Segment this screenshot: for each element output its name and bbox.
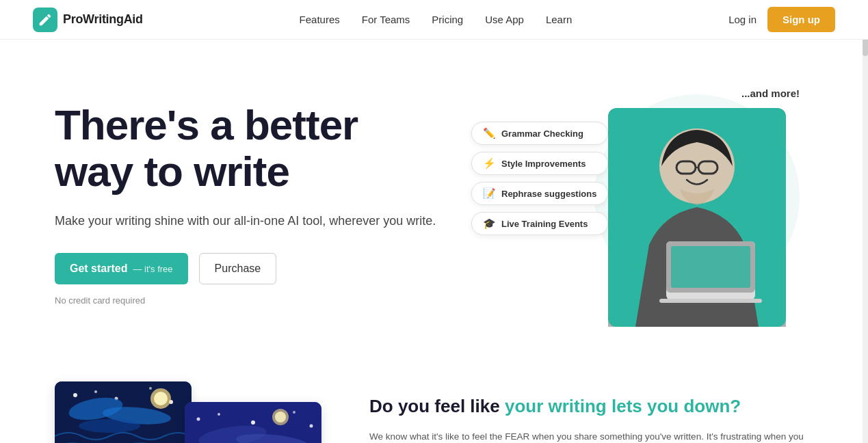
starry-night-svg bbox=[55, 381, 192, 443]
navbar: ProWritingAid Features For Teams Pricing… bbox=[0, 0, 868, 40]
hero-illustration: ...and more! ✦ ✏️ Grammar Checking ⚡ Sty… bbox=[471, 81, 813, 327]
svg-point-19 bbox=[79, 419, 140, 433]
svg-point-30 bbox=[275, 412, 286, 422]
feature-tag-rephrase: 📝 Rephrase suggestions bbox=[471, 182, 608, 205]
style-icon: ⚡ bbox=[483, 157, 496, 170]
svg-point-13 bbox=[149, 387, 152, 390]
hero-cta: Get started — it's free Purchase bbox=[55, 253, 436, 284]
svg-point-24 bbox=[197, 418, 200, 421]
section2: My idea in my head Do you feel like your… bbox=[0, 354, 868, 443]
scrollbar[interactable] bbox=[863, 0, 868, 443]
no-credit-text: No credit card required bbox=[55, 295, 436, 306]
hero-title: There's a better way to write bbox=[55, 102, 436, 195]
rephrase-icon: 📝 bbox=[483, 187, 496, 200]
signup-button[interactable]: Sign up bbox=[767, 7, 835, 32]
svg-point-26 bbox=[251, 420, 255, 425]
feature-tag-training: 🎓 Live Training Events bbox=[471, 212, 608, 235]
more-label: ...and more! bbox=[741, 88, 800, 99]
feature-tag-grammar: ✏️ Grammar Checking bbox=[471, 122, 608, 145]
logo-icon bbox=[33, 8, 57, 32]
grammar-icon: ✏️ bbox=[483, 127, 496, 139]
feature-tag-style: ⚡ Style Improvements bbox=[471, 152, 608, 175]
person-svg bbox=[608, 108, 786, 327]
nav-for-teams[interactable]: For Teams bbox=[362, 14, 410, 25]
starry-night-svg-2 bbox=[185, 402, 321, 443]
svg-point-16 bbox=[154, 392, 168, 405]
nav-links: Features For Teams Pricing Use App Learn bbox=[300, 14, 573, 25]
nav-pricing[interactable]: Pricing bbox=[432, 14, 463, 25]
nav-actions: Log in Sign up bbox=[728, 7, 835, 32]
person-body bbox=[608, 108, 786, 327]
training-icon: 🎓 bbox=[483, 217, 496, 230]
logo-text: ProWritingAid bbox=[63, 12, 143, 27]
person-figure bbox=[608, 108, 786, 327]
image-card-back bbox=[55, 381, 192, 443]
hero-subtitle: Make your writing shine with our all-in-… bbox=[55, 211, 436, 231]
svg-point-11 bbox=[94, 390, 97, 393]
nav-features[interactable]: Features bbox=[300, 14, 340, 25]
svg-point-25 bbox=[218, 413, 220, 416]
hero-section: There's a better way to write Make your … bbox=[0, 40, 868, 354]
nav-use-app[interactable]: Use App bbox=[485, 14, 524, 25]
login-button[interactable]: Log in bbox=[728, 14, 757, 25]
svg-point-27 bbox=[293, 411, 295, 414]
section2-body: We know what it's like to feel the FEAR … bbox=[369, 429, 813, 443]
free-label: — it's free bbox=[133, 264, 172, 274]
section2-title: Do you feel like your writing lets you d… bbox=[369, 395, 813, 418]
svg-point-10 bbox=[73, 393, 77, 397]
logo-link[interactable]: ProWritingAid bbox=[33, 8, 143, 32]
svg-rect-8 bbox=[659, 299, 762, 303]
hero-right: ...and more! ✦ ✏️ Grammar Checking ⚡ Sty… bbox=[471, 81, 813, 327]
section2-text: Do you feel like your writing lets you d… bbox=[369, 381, 813, 443]
section2-images: My idea in my head bbox=[55, 381, 315, 443]
svg-rect-7 bbox=[671, 246, 750, 288]
logo-svg bbox=[38, 12, 53, 27]
hero-left: There's a better way to write Make your … bbox=[55, 102, 436, 306]
get-started-button[interactable]: Get started — it's free bbox=[55, 253, 188, 284]
svg-point-28 bbox=[310, 425, 313, 428]
nav-learn[interactable]: Learn bbox=[546, 14, 572, 25]
image-card-front bbox=[185, 402, 321, 443]
purchase-button[interactable]: Purchase bbox=[199, 253, 277, 284]
feature-tags: ✏️ Grammar Checking ⚡ Style Improvements… bbox=[471, 122, 608, 235]
